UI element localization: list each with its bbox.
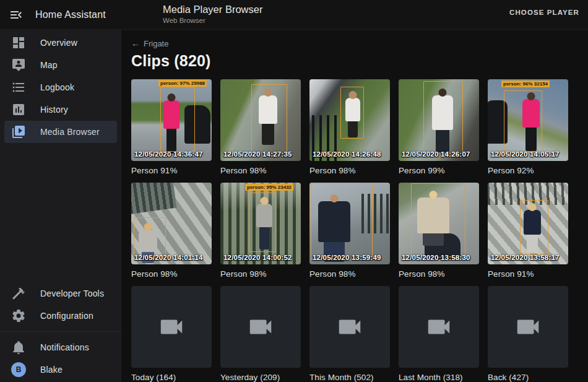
folder-yesterday[interactable] xyxy=(220,286,301,368)
clip-caption: Person 99% xyxy=(399,166,479,178)
clip-thumbnail[interactable]: 12/05/2020 13:59:49 xyxy=(309,183,390,264)
bell-icon xyxy=(11,340,26,355)
sidebar-item-media-browser[interactable]: Media Browser xyxy=(4,121,117,143)
menu-toggle-icon[interactable] xyxy=(9,7,24,22)
detection-bbox xyxy=(411,183,465,258)
detection-label: person: 95% 23432 xyxy=(245,184,293,191)
clip-timestamp: 12/05/2020 14:27:35 xyxy=(223,150,292,158)
clip-thumbnail[interactable]: 12/05/2020 14:26:07 xyxy=(399,79,479,161)
sidebar-header: Home Assistant xyxy=(0,0,121,29)
detection-bbox xyxy=(134,217,166,257)
scene-prop xyxy=(131,183,177,214)
sidebar-item-profile[interactable]: B Blake xyxy=(4,358,117,381)
clip-card: person: 97% 29988 12/05/2020 14:36:47 Pe… xyxy=(131,79,212,178)
sidebar-item-history[interactable]: History xyxy=(4,98,117,121)
clip-card: person: 96% 32154 12/05/2020 14:05:17 Pe… xyxy=(488,79,568,178)
choose-player-button[interactable]: CHOOSE PLAYER xyxy=(509,9,579,16)
back-arrow-icon: ← xyxy=(131,38,140,48)
clip-thumbnail[interactable]: 12/05/2020 13:58:17 xyxy=(488,183,568,264)
sidebar-item-map[interactable]: Map xyxy=(4,54,117,76)
sidebar-item-notifications[interactable]: Notifications xyxy=(4,336,117,358)
clip-timestamp: 12/05/2020 14:26:07 xyxy=(402,150,470,158)
hammer-icon xyxy=(11,286,26,301)
sidebar-item-overview[interactable]: Overview xyxy=(4,32,117,54)
clip-caption: Person 98% xyxy=(309,269,390,282)
clip-card: 12/05/2020 14:26:07 Person 99% xyxy=(399,79,479,178)
clip-thumbnail[interactable]: 12/05/2020 13:58:30 xyxy=(399,183,479,264)
folder-back[interactable] xyxy=(488,286,568,368)
clip-caption: Person 98% xyxy=(220,166,301,178)
page-header-subtitle: Web Browser xyxy=(163,17,262,24)
clip-card: 12/05/2020 13:59:49 Person 98% xyxy=(309,183,390,282)
clip-caption: Person 92% xyxy=(488,166,568,178)
clips-grid: person: 97% 29988 12/05/2020 14:36:47 Pe… xyxy=(131,79,578,382)
clip-timestamp: 12/05/2020 13:58:30 xyxy=(402,254,470,261)
clip-caption: Person 98% xyxy=(220,269,301,282)
clip-caption: Person 91% xyxy=(131,166,212,178)
clip-card: 12/05/2020 14:01:14 Person 98% xyxy=(131,183,212,282)
folder-today[interactable] xyxy=(131,286,212,368)
clip-thumbnail[interactable]: 12/05/2020 14:26:48 xyxy=(309,79,390,161)
clip-timestamp: 12/05/2020 14:26:48 xyxy=(313,150,381,158)
clip-timestamp: 12/05/2020 14:36:47 xyxy=(134,150,203,158)
detection-label: person: 96% 32154 xyxy=(501,80,550,87)
sidebar-item-configuration[interactable]: Configuration xyxy=(4,305,117,327)
play-box-multiple-icon xyxy=(11,124,26,139)
clip-timestamp: 12/05/2020 13:58:17 xyxy=(491,254,560,261)
folder-card: Back (427) xyxy=(488,286,568,382)
clip-thumbnail[interactable]: person: 97% 29988 12/05/2020 14:36:47 xyxy=(131,79,212,161)
clip-timestamp: 12/05/2020 13:59:49 xyxy=(313,254,381,261)
folder-last-month[interactable] xyxy=(399,286,479,368)
detection-bbox xyxy=(251,84,287,154)
clip-caption: Person 98% xyxy=(399,269,479,282)
detection-bbox xyxy=(340,87,364,139)
clip-card: 12/05/2020 13:58:30 Person 98% xyxy=(399,183,479,282)
sidebar-item-developer-tools[interactable]: Developer Tools xyxy=(4,282,117,305)
clip-timestamp: 12/05/2020 14:00:52 xyxy=(223,254,292,261)
clip-thumbnail[interactable]: person: 96% 32154 12/05/2020 14:05:17 xyxy=(488,79,568,161)
detection-bbox xyxy=(423,81,463,157)
detection-bbox xyxy=(520,200,548,254)
detection-bbox xyxy=(249,193,276,252)
clip-thumbnail[interactable]: 12/05/2020 14:01:14 xyxy=(131,183,212,264)
video-icon xyxy=(514,313,542,341)
folder-label: This Month (502) xyxy=(309,373,390,382)
list-bulleted-icon xyxy=(11,80,26,95)
folder-card: Yesterday (209) xyxy=(220,286,301,382)
clip-thumbnail[interactable]: person: 95% 23432 12/05/2020 14:00:52 xyxy=(220,183,301,264)
avatar: B xyxy=(11,362,26,377)
detection-label: person: 97% 29988 xyxy=(158,80,207,87)
folder-card: Last Month (318) xyxy=(399,286,479,382)
sidebar-divider xyxy=(0,331,121,332)
clip-caption: Person 91% xyxy=(488,269,568,282)
breadcrumb-back[interactable]: ← Frigate xyxy=(131,38,168,48)
view-dashboard-icon xyxy=(11,35,26,50)
clip-card: person: 95% 23432 12/05/2020 14:00:52 Pe… xyxy=(220,183,301,282)
video-icon xyxy=(335,313,364,341)
folder-card: Today (164) xyxy=(131,286,212,382)
folder-label: Today (164) xyxy=(131,373,212,382)
folder-label: Back (427) xyxy=(488,373,568,382)
clip-thumbnail[interactable]: 12/05/2020 14:27:35 xyxy=(220,79,301,161)
sidebar: Overview Map Logbook History Media Brows… xyxy=(0,30,121,382)
video-icon xyxy=(425,313,453,341)
clip-card: 12/05/2020 14:26:48 Person 98% xyxy=(309,79,390,178)
video-icon xyxy=(157,313,186,341)
folder-card: This Month (502) xyxy=(309,286,390,382)
clip-timestamp: 12/05/2020 14:05:17 xyxy=(491,150,560,158)
folder-label: Yesterday (209) xyxy=(220,373,301,382)
top-app-bar: Home Assistant Media Player Browser Web … xyxy=(0,0,588,30)
detection-bbox xyxy=(504,90,542,152)
clip-timestamp: 12/05/2020 14:01:14 xyxy=(134,254,203,261)
clip-caption: Person 98% xyxy=(131,269,212,282)
clip-card: 12/05/2020 14:27:35 Person 98% xyxy=(220,79,301,178)
media-browser-content: ← Frigate Clips (820) person: 97% 29988 … xyxy=(121,30,588,382)
page-header-title: Media Player Browser xyxy=(163,4,262,15)
detection-bbox xyxy=(160,87,195,152)
folder-this-month[interactable] xyxy=(309,286,390,368)
video-icon xyxy=(246,313,275,341)
folder-label: Last Month (318) xyxy=(399,373,479,382)
detection-bbox xyxy=(311,183,373,260)
gear-icon xyxy=(11,308,26,323)
sidebar-item-logbook[interactable]: Logbook xyxy=(4,76,117,98)
